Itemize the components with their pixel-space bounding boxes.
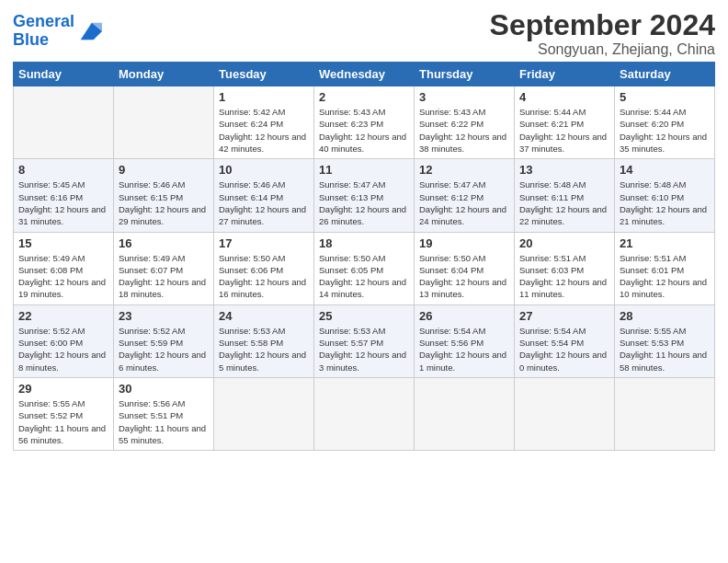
calendar-cell [314, 377, 415, 450]
calendar-cell: 25Sunrise: 5:53 AMSunset: 5:57 PMDayligh… [314, 304, 415, 377]
logo-general: General [13, 12, 74, 30]
calendar-cell [214, 377, 314, 450]
day-info: Sunrise: 5:47 AMSunset: 6:13 PMDaylight:… [319, 178, 409, 227]
day-number: 24 [219, 309, 309, 323]
calendar-cell [114, 86, 214, 159]
day-info: Sunrise: 5:55 AMSunset: 5:52 PMDaylight:… [18, 397, 108, 446]
col-header-thursday: Thursday [415, 63, 515, 86]
title-block: September 2024 Songyuan, Zhejiang, China [490, 9, 715, 58]
col-header-wednesday: Wednesday [314, 63, 415, 86]
calendar-cell: 15Sunrise: 5:49 AMSunset: 6:08 PMDayligh… [14, 232, 114, 304]
day-info: Sunrise: 5:51 AMSunset: 6:03 PMDaylight:… [519, 252, 609, 301]
day-info: Sunrise: 5:49 AMSunset: 6:07 PMDaylight:… [119, 252, 209, 301]
calendar-container: General Blue September 2024 Songyuan, Zh… [0, 0, 728, 460]
calendar-cell: 10Sunrise: 5:46 AMSunset: 6:14 PMDayligh… [214, 159, 314, 232]
logo: General Blue [13, 13, 102, 50]
calendar-cell: 28Sunrise: 5:55 AMSunset: 5:53 PMDayligh… [615, 304, 715, 377]
day-number: 22 [18, 309, 108, 323]
calendar-cell: 12Sunrise: 5:47 AMSunset: 6:12 PMDayligh… [415, 159, 515, 232]
calendar-cell: 3Sunrise: 5:43 AMSunset: 6:22 PMDaylight… [415, 86, 515, 159]
calendar-cell: 11Sunrise: 5:47 AMSunset: 6:13 PMDayligh… [314, 159, 415, 232]
day-number: 27 [519, 309, 609, 323]
day-number: 3 [419, 90, 509, 104]
col-header-saturday: Saturday [615, 63, 715, 86]
day-info: Sunrise: 5:43 AMSunset: 6:23 PMDaylight:… [319, 106, 409, 155]
calendar-cell: 4Sunrise: 5:44 AMSunset: 6:21 PMDaylight… [515, 86, 615, 159]
col-header-tuesday: Tuesday [214, 63, 314, 86]
day-info: Sunrise: 5:53 AMSunset: 5:58 PMDaylight:… [219, 325, 309, 373]
day-number: 28 [620, 309, 710, 323]
day-number: 13 [519, 163, 609, 177]
day-number: 18 [319, 236, 409, 250]
calendar-cell: 1Sunrise: 5:42 AMSunset: 6:24 PMDaylight… [214, 86, 314, 159]
day-number: 30 [119, 382, 209, 396]
calendar-cell [615, 377, 715, 450]
logo-text: General [13, 13, 74, 31]
col-header-sunday: Sunday [14, 63, 114, 86]
day-number: 4 [519, 90, 609, 104]
day-info: Sunrise: 5:44 AMSunset: 6:21 PMDaylight:… [519, 106, 609, 155]
calendar-cell: 18Sunrise: 5:50 AMSunset: 6:05 PMDayligh… [314, 232, 415, 304]
day-number: 19 [419, 236, 509, 250]
week-row-3: 15Sunrise: 5:49 AMSunset: 6:08 PMDayligh… [14, 232, 715, 304]
day-info: Sunrise: 5:56 AMSunset: 5:51 PMDaylight:… [119, 397, 209, 446]
logo-icon [76, 18, 102, 44]
day-info: Sunrise: 5:50 AMSunset: 6:06 PMDaylight:… [219, 252, 309, 301]
calendar-cell: 19Sunrise: 5:50 AMSunset: 6:04 PMDayligh… [415, 232, 515, 304]
day-number: 9 [119, 163, 209, 177]
calendar-cell: 17Sunrise: 5:50 AMSunset: 6:06 PMDayligh… [214, 232, 314, 304]
day-number: 5 [620, 90, 710, 104]
day-info: Sunrise: 5:52 AMSunset: 5:59 PMDaylight:… [119, 325, 209, 373]
day-number: 26 [419, 309, 509, 323]
col-header-friday: Friday [515, 63, 615, 86]
day-number: 16 [119, 236, 209, 250]
calendar-cell [515, 377, 615, 450]
day-info: Sunrise: 5:46 AMSunset: 6:14 PMDaylight:… [219, 178, 309, 227]
month-title: September 2024 [490, 9, 715, 41]
day-number: 15 [18, 236, 108, 250]
calendar-cell: 26Sunrise: 5:54 AMSunset: 5:56 PMDayligh… [415, 304, 515, 377]
day-number: 21 [620, 236, 710, 250]
day-info: Sunrise: 5:55 AMSunset: 5:53 PMDaylight:… [620, 325, 710, 373]
day-info: Sunrise: 5:43 AMSunset: 6:22 PMDaylight:… [419, 106, 509, 155]
day-number: 14 [620, 163, 710, 177]
calendar-cell [415, 377, 515, 450]
day-info: Sunrise: 5:51 AMSunset: 6:01 PMDaylight:… [620, 252, 710, 301]
week-row-1: 1Sunrise: 5:42 AMSunset: 6:24 PMDaylight… [14, 86, 715, 159]
day-info: Sunrise: 5:54 AMSunset: 5:56 PMDaylight:… [419, 325, 509, 373]
day-number: 25 [319, 309, 409, 323]
day-number: 20 [519, 236, 609, 250]
col-header-monday: Monday [114, 63, 214, 86]
week-row-2: 8Sunrise: 5:45 AMSunset: 6:16 PMDaylight… [14, 159, 715, 232]
day-number: 12 [419, 163, 509, 177]
day-number: 2 [319, 90, 409, 104]
logo-blue-text: Blue [13, 30, 49, 49]
calendar-cell [14, 86, 114, 159]
day-info: Sunrise: 5:50 AMSunset: 6:04 PMDaylight:… [419, 252, 509, 301]
calendar-cell: 9Sunrise: 5:46 AMSunset: 6:15 PMDaylight… [114, 159, 214, 232]
header: General Blue September 2024 Songyuan, Zh… [13, 9, 715, 58]
day-number: 1 [219, 90, 309, 104]
week-row-4: 22Sunrise: 5:52 AMSunset: 6:00 PMDayligh… [14, 304, 715, 377]
calendar-table: SundayMondayTuesdayWednesdayThursdayFrid… [13, 62, 715, 451]
header-row: SundayMondayTuesdayWednesdayThursdayFrid… [14, 63, 715, 86]
calendar-cell: 16Sunrise: 5:49 AMSunset: 6:07 PMDayligh… [114, 232, 214, 304]
day-info: Sunrise: 5:48 AMSunset: 6:10 PMDaylight:… [620, 178, 710, 227]
day-number: 17 [219, 236, 309, 250]
day-info: Sunrise: 5:54 AMSunset: 5:54 PMDaylight:… [519, 325, 609, 373]
day-number: 10 [219, 163, 309, 177]
calendar-cell: 20Sunrise: 5:51 AMSunset: 6:03 PMDayligh… [515, 232, 615, 304]
logo-blue: Blue [13, 31, 74, 50]
day-info: Sunrise: 5:50 AMSunset: 6:05 PMDaylight:… [319, 252, 409, 301]
calendar-cell: 30Sunrise: 5:56 AMSunset: 5:51 PMDayligh… [114, 377, 214, 450]
calendar-cell: 14Sunrise: 5:48 AMSunset: 6:10 PMDayligh… [615, 159, 715, 232]
calendar-cell: 23Sunrise: 5:52 AMSunset: 5:59 PMDayligh… [114, 304, 214, 377]
day-info: Sunrise: 5:47 AMSunset: 6:12 PMDaylight:… [419, 178, 509, 227]
calendar-cell: 27Sunrise: 5:54 AMSunset: 5:54 PMDayligh… [515, 304, 615, 377]
day-info: Sunrise: 5:49 AMSunset: 6:08 PMDaylight:… [18, 252, 108, 301]
day-number: 29 [18, 382, 108, 396]
day-info: Sunrise: 5:45 AMSunset: 6:16 PMDaylight:… [18, 178, 108, 227]
location: Songyuan, Zhejiang, China [490, 41, 715, 58]
day-info: Sunrise: 5:44 AMSunset: 6:20 PMDaylight:… [620, 106, 710, 155]
week-row-5: 29Sunrise: 5:55 AMSunset: 5:52 PMDayligh… [14, 377, 715, 450]
